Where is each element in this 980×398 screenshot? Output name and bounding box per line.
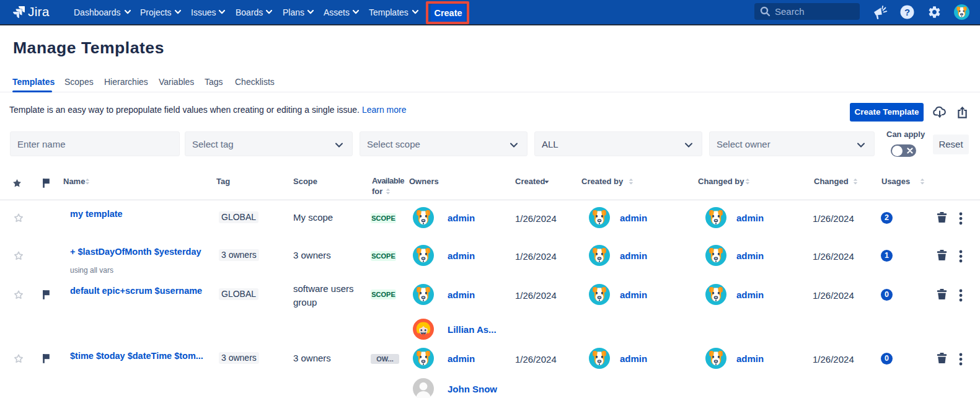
svg-text:?: ? bbox=[904, 7, 910, 17]
